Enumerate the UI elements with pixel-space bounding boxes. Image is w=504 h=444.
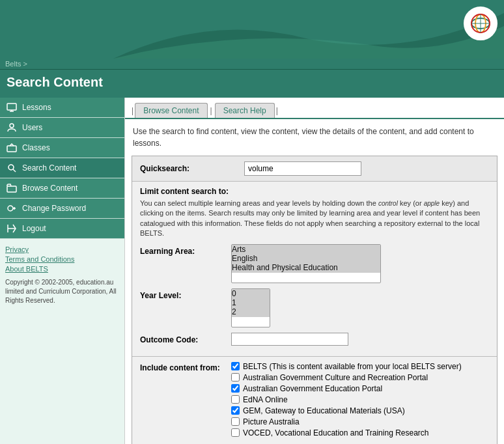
quicksearch-label: Quicksearch: (140, 164, 244, 173)
include-option: Picture Australia (231, 417, 489, 426)
svg-point-14 (8, 206, 13, 211)
sidebar-link-about-belts[interactable]: About BELTS (5, 265, 119, 273)
sidebar-item-label: Classes (22, 143, 50, 152)
sidebar-item-classes[interactable]: Classes (0, 138, 124, 158)
quicksearch-row: Quicksearch: (132, 156, 497, 182)
limit-section: Limit content search to: You can select … (132, 182, 497, 357)
tab-search-help[interactable]: Search Help (215, 103, 275, 118)
limit-desc: You can select multiple learning areas a… (140, 199, 489, 239)
outcome-code-row: Outcome Code: (140, 333, 489, 346)
search-form: Quicksearch: Limit content search to: Yo… (132, 156, 497, 444)
monitor-icon (5, 102, 18, 113)
header (0, 0, 504, 59)
include-option: EdNA Online (231, 395, 489, 404)
sidebar-item-label: Change Password (22, 204, 86, 213)
include-option-label: Australian Government Culture and Recrea… (243, 373, 428, 382)
year-level-row: Year Level: 012 (140, 288, 489, 327)
tab-bar: | Browse Content | Search Help | (125, 98, 504, 119)
svg-rect-10 (7, 146, 16, 152)
svg-line-12 (13, 169, 16, 172)
year-level-select[interactable]: 012 (231, 288, 270, 327)
include-option-label: BELTS (This is content available from yo… (243, 362, 462, 371)
layout: Lessons Users Classes Search Content Bro… (0, 98, 504, 444)
svg-rect-6 (7, 104, 16, 110)
include-checkbox[interactable] (231, 362, 240, 370)
svg-point-11 (8, 165, 14, 170)
include-option-label: GEM, Gateway to Educational Materials (U… (243, 406, 405, 415)
include-section: Include content from: BELTS (This is con… (132, 357, 497, 444)
include-checkbox[interactable] (231, 395, 240, 404)
breadcrumb: Belts > (0, 59, 504, 70)
password-icon (5, 202, 18, 214)
logout-icon (5, 223, 18, 234)
include-checkbox[interactable] (231, 417, 240, 426)
svg-rect-13 (7, 186, 16, 192)
include-label: Include content from: (140, 362, 231, 372)
include-option-label: EdNA Online (243, 395, 288, 404)
learning-area-row: Learning Area: ArtsEnglishHealth and Phy… (140, 244, 489, 283)
copyright: Copyright © 2002-2005, education.au limi… (5, 278, 119, 305)
sidebar-link-terms-and-conditions[interactable]: Terms and Conditions (5, 255, 119, 263)
include-checkbox[interactable] (231, 428, 240, 437)
sidebar-item-users[interactable]: Users (0, 118, 124, 138)
year-level-field: 012 (231, 288, 489, 327)
tab-browse-content[interactable]: Browse Content (135, 103, 207, 118)
year-level-label: Year Level: (140, 288, 231, 300)
main-content: | Browse Content | Search Help | Use the… (125, 98, 504, 444)
sidebar-links: PrivacyTerms and ConditionsAbout BELTS C… (0, 239, 124, 312)
sidebar-item-label: Users (22, 123, 42, 132)
sidebar-item-logout[interactable]: Logout (0, 219, 124, 239)
include-option: VOCED, Vocational Education and Training… (231, 428, 489, 437)
browse-icon (5, 182, 18, 194)
limit-title: Limit content search to: (140, 187, 489, 196)
sidebar: Lessons Users Classes Search Content Bro… (0, 98, 125, 444)
include-option: BELTS (This is content available from yo… (231, 362, 489, 371)
outcome-code-label: Outcome Code: (140, 333, 231, 344)
include-option: GEM, Gateway to Educational Materials (U… (231, 406, 489, 415)
outcome-code-field (231, 333, 489, 346)
include-option-label: Australian Government Education Portal (243, 384, 382, 393)
include-option-label: VOCED, Vocational Education and Training… (243, 428, 429, 437)
learning-area-field: ArtsEnglishHealth and Physical Education (231, 244, 489, 283)
classes-icon (5, 142, 18, 154)
learning-area-select[interactable]: ArtsEnglishHealth and Physical Education (231, 244, 381, 283)
header-logo (464, 7, 497, 40)
sidebar-item-label: Browse Content (22, 184, 77, 193)
sidebar-link-privacy[interactable]: Privacy (5, 245, 119, 253)
sidebar-item-search-content[interactable]: Search Content (0, 158, 124, 178)
include-option: Australian Government Education Portal (231, 384, 489, 393)
include-checkbox[interactable] (231, 373, 240, 382)
sidebar-item-label: Logout (22, 224, 46, 233)
sidebar-item-browse-content[interactable]: Browse Content (0, 178, 124, 199)
quicksearch-input[interactable] (244, 161, 361, 176)
sidebar-item-lessons[interactable]: Lessons (0, 98, 124, 118)
user-icon (5, 122, 18, 133)
include-checkbox[interactable] (231, 406, 240, 415)
include-options: BELTS (This is content available from yo… (231, 362, 489, 439)
include-row: Include content from: BELTS (This is con… (140, 362, 489, 439)
intro-text: Use the search to find content, view the… (125, 119, 504, 156)
sidebar-item-label: Search Content (22, 163, 76, 173)
include-option: Australian Government Culture and Recrea… (231, 373, 489, 382)
sidebar-item-label: Lessons (22, 103, 51, 112)
search-icon (5, 162, 18, 174)
breadcrumb-link[interactable]: Belts (5, 60, 21, 68)
learning-area-label: Learning Area: (140, 244, 231, 256)
sidebar-item-change-password[interactable]: Change Password (0, 199, 124, 219)
svg-point-9 (10, 124, 14, 128)
include-checkbox[interactable] (231, 384, 240, 393)
page-title: Search Content (0, 70, 504, 98)
outcome-code-input[interactable] (231, 333, 348, 346)
include-option-label: Picture Australia (243, 417, 300, 426)
